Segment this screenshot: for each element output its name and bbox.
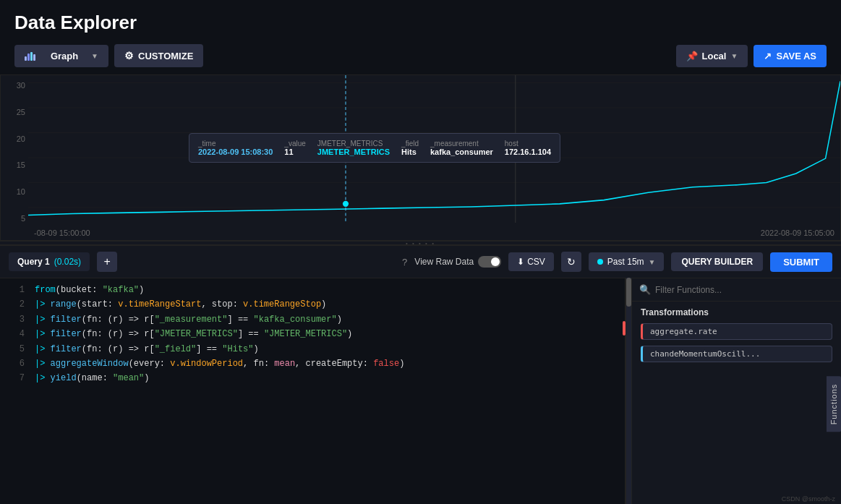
csv-label: CSV	[527, 257, 545, 267]
query-tab[interactable]: Query 1 (0.02s)	[9, 252, 90, 271]
code-scrollbar[interactable]	[626, 278, 631, 504]
svg-rect-3	[33, 54, 35, 61]
code-line-2: 2 |> range(start: v.timeRangeStart, stop…	[0, 297, 625, 312]
tooltip-metric-label: JMETER_METRICS	[317, 140, 390, 148]
query-bar: Query 1 (0.02s) + ? View Raw Data ⬇ CSV …	[0, 245, 841, 278]
x-axis: -08-09 15:00:00 2022-08-09 15:05:00	[28, 226, 840, 240]
scrollbar-thumb[interactable]	[626, 278, 631, 307]
y-axis: 30 25 20 15 10 5	[1, 75, 28, 223]
tooltip-measurement-label: _measurement	[430, 140, 493, 148]
customize-label: CUSTOMIZE	[138, 51, 193, 61]
time-chevron-icon: ▼	[649, 258, 656, 266]
error-marker	[623, 321, 626, 336]
tooltip-metric-val: JMETER_METRICS	[317, 148, 390, 156]
tooltip-field-val: Hits	[401, 148, 419, 156]
graph-label: Graph	[51, 51, 78, 61]
local-button[interactable]: 📌 Local ▼	[676, 45, 748, 67]
bottom-area: 1 from(bucket: "kafka") 2 |> range(start…	[0, 278, 841, 504]
tooltip-time-val: 2022-08-09 15:08:30	[198, 148, 273, 156]
transformations-label: Transformations	[632, 302, 841, 320]
time-range-label: Past 15m	[607, 257, 644, 267]
code-editor[interactable]: 1 from(bucket: "kafka") 2 |> range(start…	[0, 278, 626, 504]
local-label: Local	[702, 51, 727, 61]
chart-tooltip: _time 2022-08-09 15:08:30 _value 11 JMET…	[189, 133, 560, 163]
view-raw-label: View Raw Data	[414, 257, 474, 267]
pin-icon: 📌	[686, 51, 698, 61]
x-axis-right: 2022-08-09 15:05:00	[761, 228, 834, 237]
customize-button[interactable]: ⚙ CUSTOMIZE	[114, 44, 203, 67]
toolbar: Graph ▼ ⚙ CUSTOMIZE 📌 Local ▼ ↗ SAVE AS	[14, 44, 827, 67]
function-chip-aggregate-rate[interactable]: aggregate.rate	[641, 323, 832, 340]
add-query-button[interactable]: +	[97, 252, 117, 272]
gear-icon: ⚙	[124, 50, 134, 61]
view-raw-toggle[interactable]	[478, 256, 501, 268]
save-as-label: SAVE AS	[776, 51, 816, 61]
chart-area: 30 25 20 15 10 5	[0, 74, 841, 241]
code-line-4: 4 |> filter(fn: (r) => r["JMETER_METRICS…	[0, 327, 625, 341]
tooltip-host-val: 172.16.1.104	[505, 148, 551, 156]
query-builder-button[interactable]: QUERY BUILDER	[671, 252, 763, 271]
help-icon[interactable]: ?	[402, 257, 407, 268]
tooltip-field-label: _field	[401, 140, 419, 148]
tooltip-value-label: _value	[284, 140, 305, 148]
local-chevron-icon: ▼	[730, 52, 738, 60]
view-raw-data: View Raw Data	[414, 256, 501, 268]
page-title: Data Explorer	[14, 12, 827, 34]
code-line-1: 1 from(bucket: "kafka")	[0, 283, 625, 297]
tooltip-host-label: host	[505, 140, 551, 148]
x-axis-left: -08-09 15:00:00	[34, 228, 90, 237]
toggle-knob	[491, 257, 500, 266]
graph-chevron-icon: ▼	[91, 52, 98, 60]
watermark: CSDN @smooth-z	[782, 495, 835, 503]
functions-panel: 🔍 Transformations aggregate.rate chandeM…	[631, 278, 841, 504]
refresh-button[interactable]: ↻	[561, 252, 581, 272]
save-as-button[interactable]: ↗ SAVE AS	[754, 45, 827, 67]
tooltip-time-label: _time	[198, 140, 273, 148]
svg-rect-0	[25, 56, 27, 61]
download-icon: ⬇	[517, 257, 524, 267]
svg-point-12	[343, 201, 349, 207]
refresh-icon: ↻	[567, 256, 576, 268]
function-chip-chande[interactable]: chandeMomentumOscill...	[641, 346, 832, 362]
csv-button[interactable]: ⬇ CSV	[508, 252, 554, 271]
code-line-7: 7 |> yield(name: "mean")	[0, 371, 625, 385]
bottom-right: 🔍 Transformations aggregate.rate chandeM…	[626, 278, 841, 504]
query-tab-label: Query 1	[17, 257, 50, 267]
time-dot-icon	[597, 259, 603, 265]
submit-button[interactable]: SUBMIT	[770, 252, 832, 272]
search-icon: 🔍	[639, 284, 651, 295]
time-range-button[interactable]: Past 15m ▼	[589, 252, 665, 271]
svg-rect-2	[30, 52, 33, 61]
functions-tab[interactable]: Functions	[827, 376, 841, 432]
graph-button[interactable]: Graph ▼	[14, 45, 108, 67]
functions-search-input[interactable]	[655, 285, 834, 295]
code-line-5: 5 |> filter(fn: (r) => r["_field"] == "H…	[0, 342, 625, 356]
tooltip-value-val: 11	[284, 148, 305, 156]
functions-search-bar: 🔍	[632, 278, 841, 302]
code-line-6: 6 |> aggregateWindow(every: v.windowPeri…	[0, 356, 625, 371]
graph-icon	[25, 51, 38, 61]
save-icon: ↗	[764, 51, 772, 61]
query-time: (0.02s)	[54, 257, 81, 267]
svg-rect-1	[27, 54, 30, 61]
code-line-3: 3 |> filter(fn: (r) => r["_measurement"]…	[0, 312, 625, 327]
header: Data Explorer Graph ▼ ⚙ CUSTOMIZE 📌 Loca…	[0, 0, 841, 74]
tooltip-measurement-val: kafka_consumer	[430, 148, 493, 156]
